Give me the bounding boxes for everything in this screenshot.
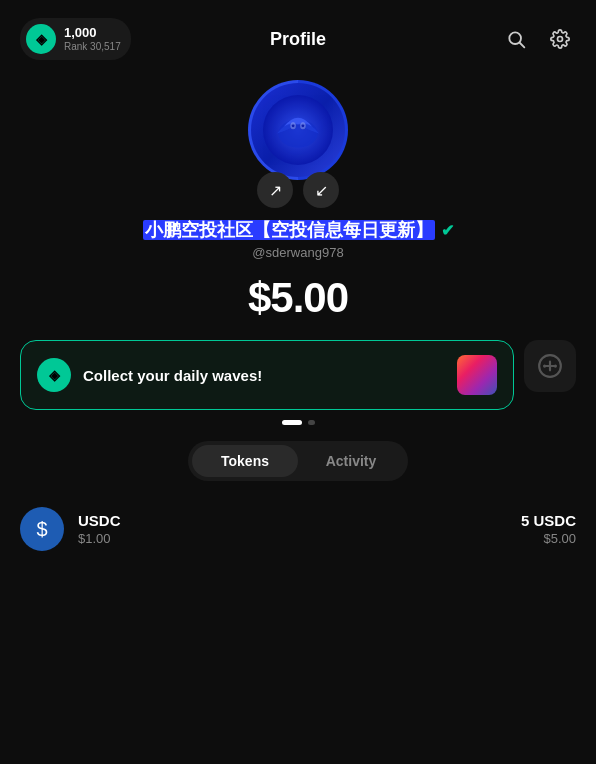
avatar-actions: ↗ ↙ (257, 172, 339, 208)
svg-point-8 (302, 124, 305, 127)
daily-waves-banner[interactable]: ◈ Collect your daily waves! (20, 340, 514, 410)
balance: $5.00 (248, 274, 348, 322)
app-logo: ◈ (26, 24, 56, 54)
user-handle: @sderwang978 (252, 245, 343, 260)
avatar-container (248, 80, 348, 180)
token-balance: 5 USDC $5.00 (521, 512, 576, 546)
banner-section: ◈ Collect your daily waves! (0, 322, 596, 410)
dot-active (282, 420, 302, 425)
page-title: Profile (270, 29, 326, 50)
dot-inactive (308, 420, 315, 425)
token-info: USDC $1.00 (78, 512, 507, 546)
verified-badge: ✔ (441, 221, 454, 240)
score-info: 1,000 Rank 30,517 (64, 25, 121, 53)
avatar-ring (248, 80, 348, 180)
svg-point-2 (558, 37, 563, 42)
tab-tokens[interactable]: Tokens (192, 445, 298, 477)
score-value: 1,000 (64, 25, 121, 41)
token-list: $ USDC $1.00 5 USDC $5.00 (0, 481, 596, 561)
score-rank: Rank 30,517 (64, 41, 121, 53)
banner-extra-button[interactable] (524, 340, 576, 392)
avatar (251, 83, 345, 177)
tab-bar: Tokens Activity (188, 441, 408, 481)
score-badge[interactable]: ◈ 1,000 Rank 30,517 (20, 18, 131, 60)
header-actions (500, 23, 576, 55)
search-button[interactable] (500, 23, 532, 55)
share-button[interactable]: ↙ (303, 172, 339, 208)
username-highlight: 小鹏空投社区【空投信息每日更新】 (143, 220, 435, 240)
token-icon-usdc: $ (20, 507, 64, 551)
svg-line-1 (520, 43, 525, 48)
token-value: $5.00 (521, 531, 576, 546)
settings-button[interactable] (544, 23, 576, 55)
username-text: 小鹏空投社区【空投信息每日更新】 (143, 218, 435, 242)
token-amount: 5 USDC (521, 512, 576, 529)
token-name: USDC (78, 512, 507, 529)
svg-point-7 (292, 124, 295, 127)
carousel-dots (282, 420, 315, 425)
svg-point-13 (554, 364, 557, 367)
username: 小鹏空投社区【空投信息每日更新】 ✔ (143, 218, 454, 242)
banner-image (457, 355, 497, 395)
header: ◈ 1,000 Rank 30,517 Profile (0, 0, 596, 70)
tab-activity[interactable]: Activity (298, 445, 404, 477)
svg-point-12 (543, 364, 546, 367)
profile-section: ↗ ↙ 小鹏空投社区【空投信息每日更新】 ✔ @sderwang978 $5.0… (0, 70, 596, 322)
banner-text: Collect your daily waves! (83, 367, 445, 384)
token-price: $1.00 (78, 531, 507, 546)
banner-logo-icon: ◈ (37, 358, 71, 392)
expand-button[interactable]: ↗ (257, 172, 293, 208)
token-item[interactable]: $ USDC $1.00 5 USDC $5.00 (20, 497, 576, 561)
